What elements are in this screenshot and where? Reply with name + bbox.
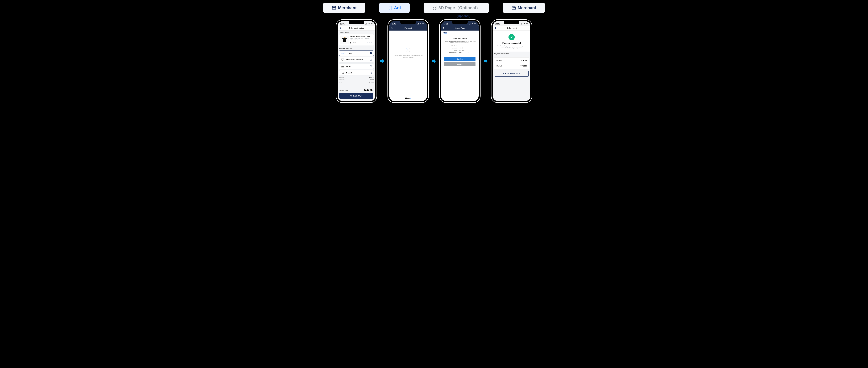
- svg-rect-4: [365, 24, 366, 25]
- tab-label: Merchant: [338, 5, 356, 10]
- svg-rect-21: [423, 24, 424, 24]
- alipay-footer: Alipay+: [390, 96, 427, 101]
- svg-rect-16: [417, 24, 417, 25]
- svg-point-15: [343, 73, 343, 73]
- flow-tabs: Merchant Ant 3D Page（Optional） Merchant: [323, 3, 545, 13]
- method-label: Method: [496, 65, 502, 67]
- shipping-value: $ 0.00: [370, 79, 374, 81]
- phones-row: 15:01 Order confirmation Order Review Cl…: [336, 20, 532, 102]
- qty-plus-icon[interactable]: +: [372, 42, 372, 43]
- status-time: 15:01: [443, 23, 448, 25]
- svg-rect-25: [470, 24, 470, 25]
- battery-icon: [526, 23, 528, 25]
- svg-rect-29: [476, 24, 476, 24]
- battery-icon: [371, 23, 373, 25]
- navbar: Issuer Page: [441, 26, 478, 31]
- payment-info-card: Amount $ 42.00 Method CARD **** 1234: [494, 57, 529, 69]
- subtotal-label: Subtotal:: [339, 77, 345, 78]
- svg-rect-35: [526, 24, 527, 24]
- battery-icon: [474, 23, 476, 25]
- svg-rect-26: [470, 23, 470, 25]
- success-heading: Payment successful: [495, 42, 529, 44]
- confirm-button[interactable]: Confirm: [444, 57, 475, 61]
- status-time: 15:01: [340, 23, 345, 25]
- checkout-button[interactable]: CHECK OUT: [339, 93, 373, 99]
- svg-rect-32: [522, 24, 522, 25]
- payment-method-card[interactable]: CARD **** 1234: [339, 50, 374, 56]
- nav-title: Payment: [404, 27, 412, 29]
- radio-icon: [370, 59, 372, 61]
- total-to-pay-value: $ 42.00: [364, 89, 373, 92]
- product-title: Classic Black Cotton T-shirt: [350, 36, 372, 37]
- check-order-button[interactable]: CHECK MY ORDER: [495, 71, 529, 76]
- wifi-icon: [368, 23, 370, 25]
- svg-rect-10: [372, 24, 373, 24]
- date-value: 7/22/2022: [459, 49, 474, 51]
- back-button[interactable]: [339, 27, 341, 30]
- svg-rect-1: [435, 6, 436, 7]
- qty-minus-icon[interactable]: −: [367, 42, 368, 43]
- card-icon: CARD: [516, 65, 519, 67]
- amount-label: Amount:: [445, 47, 457, 49]
- status-time: 15:01: [495, 23, 500, 25]
- amount-value: $ 42.00: [522, 59, 527, 61]
- alipay-text: Alipay: [405, 97, 410, 99]
- svg-rect-30: [521, 24, 521, 25]
- back-button[interactable]: [391, 27, 393, 30]
- status-icons: [417, 23, 425, 25]
- svg-rect-0: [433, 6, 434, 7]
- merchant-value: xxxx: [459, 45, 474, 47]
- svg-rect-14: [342, 72, 344, 73]
- radio-icon: [370, 72, 372, 74]
- phone-order-result: 15:01 Order result ✓ Payment successful …: [492, 20, 532, 102]
- status-icons: [469, 23, 476, 25]
- back-button[interactable]: [443, 27, 444, 30]
- payment-method-credit-debit[interactable]: Credit card & Debit card: [339, 57, 374, 62]
- optional-caption: （Optional）: [38, 14, 868, 18]
- svg-rect-13: [342, 59, 344, 60]
- radio-icon: [370, 52, 372, 54]
- signal-icon: [469, 23, 471, 25]
- signal-icon: [365, 23, 368, 25]
- tab-merchant-2: Merchant: [503, 3, 545, 13]
- svg-rect-33: [522, 23, 522, 25]
- svg-rect-9: [371, 24, 372, 24]
- pm-label: Credit card & Debit card: [346, 59, 363, 61]
- payment-method-ewallet[interactable]: E-wallet: [339, 70, 374, 76]
- back-button[interactable]: [495, 27, 496, 30]
- payment-methods-heading: Payment Methods: [339, 48, 374, 49]
- svg-rect-7: [367, 23, 367, 25]
- pm-label: **** 1234: [346, 52, 352, 54]
- summary: Subtotal:$ 42.00 Shipping:$ 0.00 Total:$…: [339, 77, 374, 83]
- navbar: Order confirmation: [338, 26, 375, 31]
- alipay-plus-icon: +: [410, 97, 411, 99]
- success-message: We will ship the goods as soon as possib…: [495, 45, 529, 49]
- verify-box: Verify Information Please review transac…: [441, 36, 478, 55]
- qty-stepper[interactable]: − 1 +: [367, 42, 372, 43]
- redirect-message: You are being redirected to the next ste…: [390, 55, 427, 58]
- card-icon: CARD: [341, 52, 344, 54]
- wifi-icon: [471, 23, 473, 25]
- tab-ant: Ant: [379, 3, 410, 13]
- tab-merchant-1: Merchant: [323, 3, 365, 13]
- grid-icon: [432, 5, 437, 10]
- verify-heading: Verify Information: [443, 37, 476, 39]
- cancel-button[interactable]: Cancel: [444, 62, 475, 66]
- svg-rect-5: [366, 24, 366, 25]
- nav-title: Order result: [506, 27, 517, 29]
- svg-rect-17: [417, 24, 418, 25]
- svg-rect-3: [435, 8, 436, 9]
- bank-logo: BANKLOGO: [441, 31, 478, 36]
- pm-label: Alipay+: [346, 65, 351, 67]
- svg-rect-6: [366, 24, 367, 25]
- product-image: [340, 36, 349, 44]
- total-value: $ 42.00: [369, 81, 374, 83]
- card-number-label: Card Number:: [445, 51, 457, 53]
- signal-icon: [521, 23, 523, 25]
- payment-method-alipay[interactable]: Alipay+ Alipay+: [339, 64, 374, 69]
- wifi-icon: [523, 23, 525, 25]
- card-number-value: 1234 **** **** **34: [459, 51, 474, 53]
- tab-label: Merchant: [518, 5, 536, 10]
- total-to-pay-label: Total to Pay :: [339, 90, 348, 92]
- navbar: Order result: [493, 26, 530, 31]
